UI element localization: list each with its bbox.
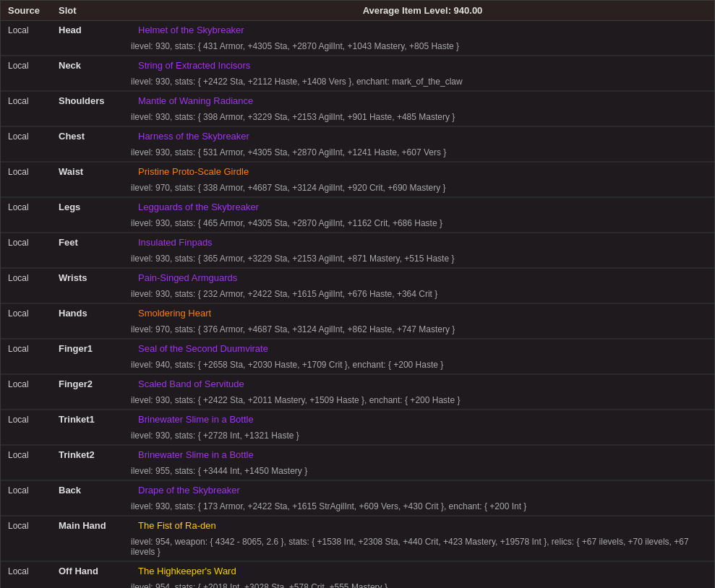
source-cell: Local <box>8 485 59 496</box>
slot-cell: Back <box>59 485 138 496</box>
table-row[interactable]: LocalTrinket1Brinewater Slime in a Bottl… <box>1 410 714 428</box>
source-cell: Local <box>8 167 59 177</box>
item-group: LocalLegsLegguards of the Skybreakerilev… <box>1 198 714 233</box>
item-stats: ilevel: 955, stats: { +3444 Int, +1450 M… <box>1 464 714 480</box>
slot-cell: Main Hand <box>59 520 138 531</box>
item-stats: ilevel: 954, stats: { +2018 Int, +3028 S… <box>1 580 714 588</box>
item-group: LocalChestHarness of the Skybreakerileve… <box>1 127 714 163</box>
item-name[interactable]: Drape of the Skybreaker <box>138 485 707 496</box>
source-cell: Local <box>8 273 59 283</box>
source-cell: Local <box>8 344 59 354</box>
item-name[interactable]: Brinewater Slime in a Bottle <box>138 414 707 425</box>
item-stats: ilevel: 930, stats: { 365 Armor, +3229 S… <box>1 251 714 268</box>
item-name[interactable]: Helmet of the Skybreaker <box>138 25 707 35</box>
item-group: LocalWristsPain-Singed Armguardsilevel: … <box>1 269 714 304</box>
slot-cell: Neck <box>59 60 138 71</box>
slot-cell: Feet <box>59 237 138 248</box>
source-cell: Local <box>8 131 59 142</box>
item-stats: ilevel: 970, stats: { 376 Armor, +4687 S… <box>1 322 714 339</box>
item-group: LocalTrinket2Brinewater Slime in a Bottl… <box>1 446 714 481</box>
item-stats: ilevel: 970, stats: { 338 Armor, +4687 S… <box>1 181 714 197</box>
slot-cell: Waist <box>59 166 138 177</box>
source-cell: Local <box>8 566 59 576</box>
item-stats: ilevel: 930, stats: { +2422 Sta, +2011 M… <box>1 393 714 410</box>
item-name[interactable]: Legguards of the Skybreaker <box>138 202 707 212</box>
source-cell: Local <box>8 96 59 106</box>
item-stats: ilevel: 930, stats: { 232 Armor, +2422 S… <box>1 287 714 303</box>
slot-cell: Wrists <box>59 272 138 283</box>
source-cell: Local <box>8 521 59 531</box>
item-group: LocalFinger1Seal of the Second Duumvirat… <box>1 340 714 375</box>
item-name[interactable]: The Fist of Ra-den <box>138 520 707 531</box>
item-name[interactable]: Brinewater Slime in a Bottle <box>138 449 707 460</box>
table-row[interactable]: LocalOff HandThe Highkeeper's Ward <box>1 562 714 580</box>
slot-column-header: Slot <box>59 5 138 16</box>
table-row[interactable]: LocalMain HandThe Fist of Ra-den <box>1 516 714 535</box>
slot-cell: Legs <box>59 202 138 212</box>
slot-cell: Head <box>59 25 138 35</box>
table-row[interactable]: LocalWaistPristine Proto-Scale Girdle <box>1 163 714 181</box>
item-name[interactable]: String of Extracted Incisors <box>138 60 707 71</box>
item-group: LocalShouldersMantle of Waning Radiancei… <box>1 92 714 127</box>
item-group: LocalHeadHelmet of the Skybreakerilevel:… <box>1 21 714 56</box>
item-name[interactable]: Seal of the Second Duumvirate <box>138 343 707 354</box>
table-row[interactable]: LocalLegsLegguards of the Skybreaker <box>1 198 714 216</box>
table-row[interactable]: LocalChestHarness of the Skybreaker <box>1 127 714 145</box>
items-list: LocalHeadHelmet of the Skybreakerilevel:… <box>1 21 714 588</box>
source-cell: Local <box>8 238 59 248</box>
source-cell: Local <box>8 379 59 389</box>
slot-cell: Trinket2 <box>59 449 138 460</box>
table-row[interactable]: LocalBackDrape of the Skybreaker <box>1 481 714 499</box>
item-name[interactable]: Smoldering Heart <box>138 308 707 319</box>
table-row[interactable]: LocalNeckString of Extracted Incisors <box>1 56 714 74</box>
table-row[interactable]: LocalFeetInsulated Finpads <box>1 233 714 251</box>
slot-cell: Trinket1 <box>59 414 138 425</box>
table-row[interactable]: LocalHandsSmoldering Heart <box>1 304 714 322</box>
item-name[interactable]: Pristine Proto-Scale Girdle <box>138 166 707 177</box>
item-stats: ilevel: 930, stats: { 531 Armor, +4305 S… <box>1 145 714 162</box>
table-row[interactable]: LocalFinger1Seal of the Second Duumvirat… <box>1 340 714 358</box>
item-group: LocalWaistPristine Proto-Scale Girdleile… <box>1 163 714 198</box>
item-group: LocalOff HandThe Highkeeper's Wardilevel… <box>1 562 714 588</box>
slot-cell: Chest <box>59 131 138 142</box>
source-column-header: Source <box>8 5 59 16</box>
table-row[interactable]: LocalWristsPain-Singed Armguards <box>1 269 714 287</box>
source-cell: Local <box>8 450 59 460</box>
item-group: LocalMain HandThe Fist of Ra-denilevel: … <box>1 516 714 562</box>
item-name[interactable]: The Highkeeper's Ward <box>138 566 707 576</box>
item-stats: ilevel: 930, stats: { 173 Armor, +2422 S… <box>1 499 714 516</box>
item-name[interactable]: Insulated Finpads <box>138 237 707 248</box>
source-cell: Local <box>8 61 59 71</box>
item-stats: ilevel: 930, stats: { 431 Armor, +4305 S… <box>1 39 714 56</box>
item-name[interactable]: Scaled Band of Servitude <box>138 379 707 389</box>
item-name[interactable]: Mantle of Waning Radiance <box>138 95 707 106</box>
table-row[interactable]: LocalShouldersMantle of Waning Radiance <box>1 92 714 110</box>
slot-cell: Finger2 <box>59 379 138 389</box>
source-cell: Local <box>8 202 59 212</box>
table-row[interactable]: LocalFinger2Scaled Band of Servitude <box>1 375 714 393</box>
slot-cell: Off Hand <box>59 566 138 576</box>
item-group: LocalFinger2Scaled Band of Servitudeilev… <box>1 375 714 410</box>
item-group: LocalFeetInsulated Finpadsilevel: 930, s… <box>1 233 714 269</box>
slot-cell: Finger1 <box>59 343 138 354</box>
table-header: Source Slot Average Item Level: 940.00 <box>1 1 714 21</box>
source-cell: Local <box>8 25 59 35</box>
source-cell: Local <box>8 308 59 319</box>
item-name[interactable]: Harness of the Skybreaker <box>138 131 707 142</box>
item-name[interactable]: Pain-Singed Armguards <box>138 272 707 283</box>
item-stats: ilevel: 930, stats: { +2728 Int, +1321 H… <box>1 428 714 445</box>
slot-cell: Hands <box>59 308 138 319</box>
item-group: LocalTrinket1Brinewater Slime in a Bottl… <box>1 410 714 446</box>
table-row[interactable]: LocalTrinket2Brinewater Slime in a Bottl… <box>1 446 714 464</box>
item-stats: ilevel: 930, stats: { 465 Armor, +4305 S… <box>1 216 714 233</box>
item-stats: ilevel: 940, stats: { +2658 Sta, +2030 H… <box>1 358 714 374</box>
item-group: LocalNeckString of Extracted Incisorsile… <box>1 56 714 92</box>
table-row[interactable]: LocalHeadHelmet of the Skybreaker <box>1 21 714 39</box>
item-stats: ilevel: 954, weapon: { 4342 - 8065, 2.6 … <box>1 535 714 561</box>
item-stats: ilevel: 930, stats: { +2422 Sta, +2112 H… <box>1 74 714 91</box>
source-cell: Local <box>8 415 59 425</box>
page-title: Average Item Level: 940.00 <box>138 5 707 16</box>
item-group: LocalHandsSmoldering Heartilevel: 970, s… <box>1 304 714 340</box>
item-stats: ilevel: 930, stats: { 398 Armor, +3229 S… <box>1 110 714 126</box>
slot-cell: Shoulders <box>59 95 138 106</box>
